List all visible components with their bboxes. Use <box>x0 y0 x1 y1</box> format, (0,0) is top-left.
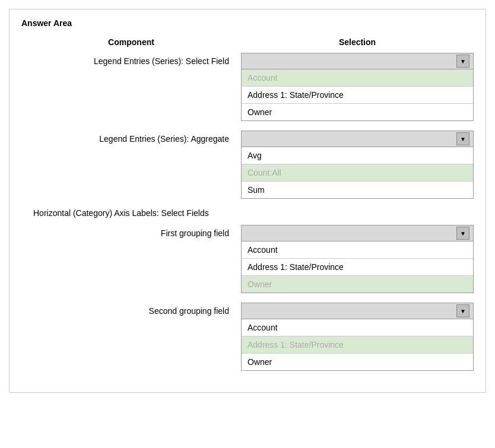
dropdown-item[interactable]: Count:All <box>242 164 473 182</box>
second-grouping-label: Second grouping field <box>21 303 241 316</box>
component-header: Component <box>21 37 241 47</box>
dropdown-header[interactable]: ▼ <box>241 131 474 147</box>
dropdown-item[interactable]: Account <box>242 69 473 87</box>
selection-header: Selection <box>241 37 474 47</box>
answer-area: Answer Area Component Selection Legend E… <box>9 9 486 393</box>
dropdown-list: Account Address 1: State/Province Owner <box>241 69 474 121</box>
dropdown-item[interactable]: Address 1: State/Province <box>242 87 473 104</box>
legend-series-aggregate-dropdown[interactable]: ▼ Avg Count:All Sum <box>241 131 474 199</box>
dropdown-arrow-icon[interactable]: ▼ <box>456 304 469 317</box>
answer-area-title: Answer Area <box>21 18 474 28</box>
column-headers: Component Selection <box>21 37 474 47</box>
first-grouping-dropdown[interactable]: ▼ Account Address 1: State/Province Owne… <box>241 225 474 293</box>
dropdown-item[interactable]: Sum <box>242 182 473 198</box>
dropdown-item[interactable]: Account <box>242 242 473 259</box>
first-grouping-label: First grouping field <box>21 225 241 238</box>
legend-series-aggregate-label: Legend Entries (Series): Aggregate <box>21 131 241 144</box>
dropdown-item[interactable]: Address 1: State/Province <box>242 259 473 276</box>
row-second-grouping: Second grouping field ▼ Account Address … <box>21 303 474 371</box>
dropdown-arrow-icon[interactable]: ▼ <box>456 227 469 240</box>
row-legend-series-aggregate: Legend Entries (Series): Aggregate ▼ Avg… <box>21 131 474 199</box>
dropdown-item[interactable]: Avg <box>242 147 473 164</box>
dropdown-list: Account Address 1: State/Province Owner <box>241 319 474 371</box>
dropdown-item[interactable]: Owner <box>242 354 473 370</box>
second-grouping-dropdown[interactable]: ▼ Account Address 1: State/Province Owne… <box>241 303 474 371</box>
dropdown-item[interactable]: Address 1: State/Province <box>242 336 473 354</box>
dropdown-arrow-icon[interactable]: ▼ <box>456 55 469 68</box>
horizontal-section-label: Horizontal (Category) Axis Labels: Selec… <box>21 208 474 218</box>
dropdown-header[interactable]: ▼ <box>241 303 474 319</box>
dropdown-list: Account Address 1: State/Province Owner <box>241 242 474 293</box>
dropdown-item[interactable]: Owner <box>242 276 473 293</box>
legend-series-field-dropdown[interactable]: ▼ Account Address 1: State/Province Owne… <box>241 53 474 121</box>
dropdown-item[interactable]: Account <box>242 319 473 336</box>
dropdown-header[interactable]: ▼ <box>241 53 474 69</box>
dropdown-header[interactable]: ▼ <box>241 225 474 242</box>
legend-series-field-label: Legend Entries (Series): Select Field <box>21 53 241 66</box>
row-first-grouping: First grouping field ▼ Account Address 1… <box>21 225 474 293</box>
dropdown-item[interactable]: Owner <box>242 104 473 120</box>
dropdown-list: Avg Count:All Sum <box>241 147 474 199</box>
dropdown-arrow-icon[interactable]: ▼ <box>456 132 469 145</box>
row-legend-series-field: Legend Entries (Series): Select Field ▼ … <box>21 53 474 121</box>
